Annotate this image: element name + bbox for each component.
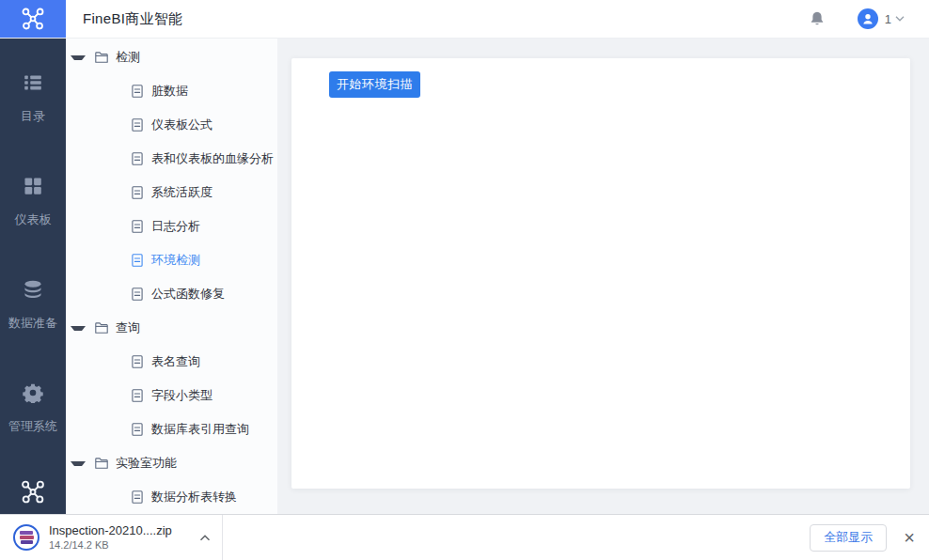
tree-item-icon [130,388,145,403]
user-avatar[interactable] [858,8,878,29]
tree-item-label: 表和仪表板的血缘分析 [151,150,274,167]
nav-item-label: 数据准备 [8,315,57,332]
tree-item-icon [94,456,109,471]
network-icon[interactable] [21,479,46,508]
tree-item-label: 数据库表引用查询 [151,421,249,438]
nav-item-icon [23,279,43,300]
file-size: 14.2/14.2 KB [49,539,172,552]
caret-down-icon[interactable] [71,326,86,331]
tree-item-icon [94,50,109,65]
chevron-up-icon[interactable] [199,535,211,541]
tree-item[interactable]: 公式函数修复 [66,277,277,311]
nav-item[interactable]: 目录 [21,72,45,176]
content-card: 开始环境扫描 [291,58,910,489]
tree-item-icon [130,219,145,234]
tree-item[interactable]: 表和仪表板的血缘分析 [66,142,277,176]
finebi-network-logo-icon [21,7,45,31]
tree-item-icon [94,320,109,335]
finebi-logo [0,0,66,38]
nav-item-label: 仪表板 [15,211,52,228]
tree-item[interactable]: 日志分析 [66,210,277,243]
main-content: 开始环境扫描 [277,38,929,514]
tree-item[interactable]: 表名查询 [66,345,277,379]
tree-item[interactable]: 仪表板公式 [66,108,277,142]
nav-item-icon [23,382,43,403]
user-avatar-icon [860,11,875,26]
nav-item[interactable]: 管理系统 [8,382,57,486]
file-meta: Inspection-20210....zip 14.2/14.2 KB [49,523,172,552]
tree-item-icon [130,117,145,132]
app-title: FineBI商业智能 [83,10,182,28]
tree-item-icon [130,354,145,369]
nav-item-label: 管理系统 [8,418,57,435]
tree-item-label: 系统活跃度 [151,184,213,201]
tree-item-label: 查询 [116,319,140,336]
tree-item-icon [130,253,145,268]
nav-item-label: 目录 [21,108,45,125]
tree-item-label: 检测 [116,49,140,66]
finebi-app-window: FineBI商业智能 1 目录 仪表板 数据准备 管理系统 [0,0,929,560]
tree-item-icon [130,287,145,302]
tree-item-label: 环境检测 [151,252,200,269]
show-all-button[interactable]: 全部显示 [810,524,887,552]
nav-item[interactable]: 仪表板 [15,176,52,279]
caret-down-icon[interactable] [71,461,86,466]
tree-item-icon [130,151,145,166]
nav-item[interactable]: 数据准备 [8,279,57,382]
tree-item[interactable]: 检测 [66,40,277,74]
tree-item[interactable]: 字段小类型 [66,379,277,412]
user-count: 1 [885,12,891,26]
nav-item-icon [23,72,43,93]
tree-item-label: 仪表板公式 [151,117,213,133]
tree-item-icon [130,490,145,505]
tree-item-label: 实验室功能 [116,455,177,472]
tree-item-label: 字段小类型 [151,387,213,404]
primary-sidebar: 目录 仪表板 数据准备 管理系统 [0,38,66,514]
tree-item-icon [130,185,145,200]
tree-item[interactable]: 脏数据 [66,74,277,108]
tree-item[interactable]: 查询 [66,311,277,345]
tree-item-icon [130,422,145,437]
tree-item-label: 公式函数修复 [151,286,225,303]
bell-icon[interactable] [809,10,826,27]
download-bar: Inspection-20210....zip 14.2/14.2 KB 全部显… [0,514,929,560]
tree-item[interactable]: 数据分析表转换 [66,480,277,514]
download-file-chip[interactable]: Inspection-20210....zip 14.2/14.2 KB [0,515,223,560]
tree-item-label: 数据分析表转换 [151,489,237,506]
zip-archive-icon [13,524,39,551]
tree-item-icon [130,84,145,99]
close-icon[interactable]: × [902,526,917,549]
tree-item-label: 日志分析 [151,218,200,235]
tree-item-label: 表名查询 [151,353,200,370]
tree-item[interactable]: 系统活跃度 [66,176,277,210]
chevron-down-icon[interactable] [895,16,905,22]
download-bar-actions: 全部显示 × [810,524,929,552]
tree-item[interactable]: 数据库表引用查询 [66,412,277,446]
tree-item-label: 脏数据 [151,83,188,100]
caret-down-icon[interactable] [71,55,86,60]
file-name: Inspection-20210....zip [49,523,172,538]
nav-item-icon [23,176,43,196]
tree-item[interactable]: 环境检测 [66,243,277,277]
tree-item[interactable]: 实验室功能 [66,446,277,480]
tree-sidebar: 检测 脏数据 仪表板公式 表和仪表板的血缘分析 系统活跃度 日志分析 环境检测 [66,38,277,514]
header-actions: 1 [809,8,929,29]
start-scan-button[interactable]: 开始环境扫描 [329,71,420,98]
top-header: FineBI商业智能 1 [0,0,929,38]
